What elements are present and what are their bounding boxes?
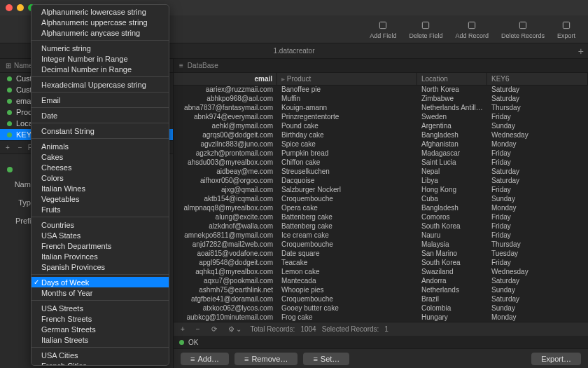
table-row[interactable]: atxkoc062@lycos.comGooey butter cakeColo… — [174, 304, 588, 313]
set-button[interactable]: ≡Set… — [303, 353, 349, 365]
table-row[interactable]: abna7837@fantasymail.comKouign-amannNeth… — [174, 104, 588, 113]
table-row[interactable]: aubkcg@10minutemail.comFrog cakeHungaryM… — [174, 313, 588, 322]
table-row[interactable]: almpnaqq8@myrealbox.comOpera cakeBanglad… — [174, 204, 588, 213]
table-row[interactable]: ahsdu003@myrealbox.comChiffon cakeSaint … — [174, 158, 588, 168]
cell-key: Monday — [487, 204, 588, 213]
menu-item[interactable]: Spanish Provinces — [31, 261, 169, 272]
menu-item[interactable]: Email — [31, 95, 169, 105]
add-field-btn[interactable]: + — [3, 143, 13, 152]
table-row[interactable]: aidbeay@me.comStreuselkuchenNepalSaturda… — [174, 168, 588, 177]
table-row[interactable]: aqxu7@pookmail.comMantecadaAndorraSaturd… — [174, 277, 588, 286]
add-button[interactable]: ≡Add… — [181, 353, 229, 365]
menu-item[interactable]: Italian Wines — [31, 183, 169, 193]
menu-item[interactable]: USA Streets — [31, 303, 169, 313]
table-row[interactable]: aariex@ruzzmaii.comBanoffee pieNorth Kor… — [174, 86, 588, 95]
table-row[interactable]: aifhoxr050@orgoo.comDacquoiseLibyaSaturd… — [174, 177, 588, 186]
menu-item[interactable]: Colors — [31, 172, 169, 183]
col-location[interactable]: Location — [417, 73, 487, 85]
remove-row-btn[interactable]: − — [193, 325, 203, 333]
delete-records-button[interactable]: Delete Records — [496, 18, 550, 41]
add-field-button[interactable]: Add Field — [364, 18, 402, 41]
menu-item[interactable]: Italian Streets — [31, 334, 169, 345]
table-row[interactable]: aoai815@vodafone.comDate squareSan Marin… — [174, 250, 588, 259]
table-row[interactable]: agvzilnc883@juno.comSpice cakeAfghanista… — [174, 140, 588, 149]
table-row[interactable]: aktb154@icqmail.comCroquemboucheCubaSund… — [174, 195, 588, 204]
menu-item[interactable]: Cheeses — [31, 162, 169, 172]
menu-item[interactable]: USA States — [31, 230, 169, 240]
cell-product: Chiffon cake — [277, 158, 417, 168]
cell-location: Malaysia — [417, 240, 487, 250]
table-row[interactable]: aehkl@mymail.comPound cakeArgentinaSunda… — [174, 122, 588, 131]
menu-item[interactable]: Date — [31, 110, 169, 121]
menu-item[interactable]: French Streets — [31, 313, 169, 324]
col-key[interactable]: KEY6 — [487, 73, 588, 85]
table-row[interactable]: agzkzh@prontomail.comPumpkin breadMadaga… — [174, 149, 588, 158]
menu-item[interactable]: USA Cities — [31, 350, 169, 360]
add-field-icon — [377, 20, 388, 31]
menu-item[interactable]: Decimal Number in Range — [31, 64, 169, 74]
tab-title[interactable]: 1.datacreator — [274, 47, 315, 55]
table-row[interactable]: ajxg@qmail.comSalzburger NockerlHong Kon… — [174, 186, 588, 195]
table-row[interactable]: anjd7282@mail2web.comCroquemboucheMalays… — [174, 240, 588, 250]
menu-item[interactable]: Hexadecimal Uppercase string — [31, 79, 169, 90]
table-row[interactable]: abhkpo968@aol.comMuffinZimbabweSaturday — [174, 95, 588, 104]
table-row[interactable]: atgfbeie41@doramail.comCroquemboucheBraz… — [174, 295, 588, 304]
export-button[interactable]: Export… — [531, 353, 581, 365]
delete-field-button[interactable]: Delete Field — [403, 18, 448, 41]
cell-key: Friday — [487, 158, 588, 168]
menu-item[interactable]: French Cities — [31, 360, 169, 366]
menu-item[interactable]: Days of Week — [31, 277, 169, 287]
refresh-btn[interactable]: ⟳ — [209, 325, 220, 333]
cell-email: aariex@ruzzmaii.com — [174, 86, 277, 95]
cell-location: South Korea — [417, 259, 487, 268]
table-row[interactable]: abnk974@everymail.comPrinzregententorteS… — [174, 113, 588, 122]
cell-key: Wednesday — [487, 268, 588, 277]
col-product[interactable]: Product — [287, 75, 311, 83]
menu-item[interactable]: Alphanumeric anycase string — [31, 27, 169, 38]
add-record-button[interactable]: Add Record — [449, 18, 494, 41]
remove-button[interactable]: ≡Remove… — [234, 353, 298, 365]
menu-item[interactable]: Alphanumeric uppercase string — [31, 17, 169, 27]
table-row[interactable]: aqhkq1@myrealbox.comLemon cakeSwazilandW… — [174, 268, 588, 277]
cell-product: Kouign-amann — [277, 104, 417, 113]
add-row-btn[interactable]: + — [178, 325, 188, 333]
cell-email: aktb154@icqmail.com — [174, 195, 277, 204]
cell-product: Lemon cake — [277, 268, 417, 277]
menu-item[interactable]: Alphanumeric lowercase string — [31, 6, 169, 17]
menu-item[interactable]: Vegetables — [31, 193, 169, 204]
export-button[interactable]: Export — [552, 18, 581, 41]
table-row[interactable]: ashmh75@earthlink.netWhoopie piesNetherl… — [174, 286, 588, 295]
table-row[interactable]: agrqs00@dodgeit.comBirthday cakeBanglade… — [174, 131, 588, 140]
cell-email: aehkl@mymail.com — [174, 122, 277, 131]
menu-item[interactable]: Fruits — [31, 204, 169, 214]
minimize-window[interactable] — [17, 4, 24, 11]
remove-field-btn[interactable]: − — [15, 143, 25, 152]
col-email[interactable]: email — [174, 73, 277, 85]
cell-location: North Korea — [417, 86, 487, 95]
menu-item[interactable]: Italian Provinces — [31, 251, 169, 261]
menu-item[interactable]: Cakes — [31, 151, 169, 162]
add-tab[interactable]: + — [578, 46, 584, 57]
menu-item[interactable]: Numeric string — [31, 43, 169, 53]
table-row[interactable]: apgl9548@dodgeit.comTeacakeSouth KoreaFr… — [174, 259, 588, 268]
cell-email: apgl9548@dodgeit.com — [174, 259, 277, 268]
menu-item[interactable]: German Streets — [31, 324, 169, 334]
menu-separator — [31, 123, 169, 123]
hamburger-icon[interactable]: ≡ — [179, 62, 183, 69]
type-dropdown-menu[interactable]: Alphanumeric lowercase stringAlphanumeri… — [31, 4, 169, 366]
menu-item[interactable]: Months of Year — [31, 287, 169, 298]
table-row[interactable]: alung@excite.comBattenberg cakeComorosFr… — [174, 213, 588, 222]
table-row[interactable]: alzkdnof@walla.comBattenberg cakeSouth K… — [174, 222, 588, 231]
status-dot — [7, 110, 12, 115]
menu-item[interactable]: Constant String — [31, 125, 169, 136]
menu-item[interactable]: Animals — [31, 141, 169, 151]
status-dot — [7, 76, 12, 81]
menu-item[interactable]: Integer Number in Range — [31, 53, 169, 64]
close-window[interactable] — [6, 4, 13, 11]
menu-separator — [31, 300, 169, 301]
table-row[interactable]: amnekpo6811@mymail.comIce cream cakeNaur… — [174, 231, 588, 240]
menu-item[interactable]: French Departments — [31, 240, 169, 251]
menu-item[interactable]: Countries — [31, 219, 169, 230]
selected-records-label: Selected Records: — [322, 325, 379, 333]
gear-btn[interactable]: ⚙︎ ⌄ — [225, 325, 245, 333]
